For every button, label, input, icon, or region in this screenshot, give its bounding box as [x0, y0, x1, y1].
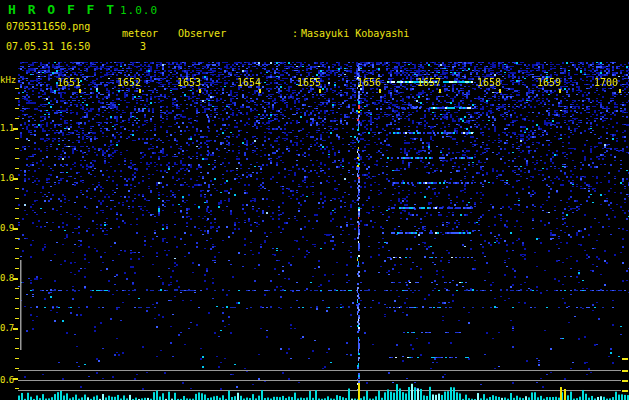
axis-tick: [499, 89, 501, 93]
freq-axis-label: 0.9: [0, 223, 13, 233]
time-axis-label: 1658: [477, 77, 501, 88]
hrofft-window: H R O F F T 1.0.0 0705311650.png meteor …: [0, 0, 629, 400]
spectrogram-area: kHz 1651 1652 1653 1654 1655 1656 1657 1…: [0, 0, 629, 400]
axis-tick: [15, 168, 19, 169]
axis-tick: [13, 128, 18, 130]
axis-tick: [79, 89, 81, 93]
time-axis-label: 1700: [594, 77, 618, 88]
axis-tick: [15, 108, 19, 109]
freq-axis-label: 1.1: [0, 123, 13, 133]
axis-tick: [15, 368, 19, 369]
time-axis-label: 1656: [357, 77, 381, 88]
axis-tick: [15, 288, 19, 289]
time-axis-label: 1655: [297, 77, 321, 88]
time-axis-label: 1657: [417, 77, 441, 88]
axis-tick: [559, 89, 561, 93]
time-axis-label: 1652: [117, 77, 141, 88]
axis-tick: [15, 338, 19, 339]
axis-tick: [13, 328, 18, 330]
axis-tick: [15, 238, 19, 239]
axis-tick: [15, 388, 19, 389]
freq-axis-label: 1.0: [0, 173, 13, 183]
axis-tick: [379, 89, 381, 93]
axis-tick: [15, 148, 19, 149]
axis-tick: [319, 89, 321, 93]
axis-tick: [15, 258, 19, 259]
time-axis-label: 1651: [57, 77, 81, 88]
axis-tick: [13, 378, 18, 380]
axis-tick: [15, 318, 19, 319]
axis-tick: [15, 198, 19, 199]
axis-tick: [15, 348, 19, 349]
axis-tick: [622, 358, 628, 360]
axis-tick: [15, 158, 19, 159]
axis-tick: [15, 208, 19, 209]
axis-tick: [13, 228, 18, 230]
axis-tick: [15, 188, 19, 189]
axis-tick: [15, 248, 19, 249]
time-axis-label: 1659: [537, 77, 561, 88]
axis-tick: [439, 89, 441, 93]
freq-axis-unit: kHz: [0, 75, 16, 85]
time-axis-label: 1653: [177, 77, 201, 88]
axis-tick: [13, 178, 18, 180]
axis-tick: [139, 89, 141, 93]
axis-tick: [15, 358, 19, 359]
axis-tick: [15, 218, 19, 219]
time-axis-label: 1654: [237, 77, 261, 88]
axis-tick: [15, 308, 19, 309]
axis-tick: [259, 89, 261, 93]
axis-tick: [15, 118, 19, 119]
axis-tick: [15, 98, 19, 99]
axis-tick: [622, 390, 628, 392]
axis-tick: [15, 268, 19, 269]
axis-tick: [622, 370, 628, 372]
spectrogram-canvas: [18, 62, 629, 400]
axis-tick: [13, 278, 18, 280]
axis-tick: [15, 138, 19, 139]
axis-tick: [619, 89, 621, 93]
freq-axis-label: 0.8: [0, 273, 13, 283]
freq-axis-label: 0.6: [0, 375, 13, 385]
freq-axis-label: 0.7: [0, 323, 13, 333]
axis-tick: [15, 88, 19, 89]
axis-tick: [15, 298, 19, 299]
axis-tick: [199, 89, 201, 93]
axis-tick: [622, 380, 628, 382]
